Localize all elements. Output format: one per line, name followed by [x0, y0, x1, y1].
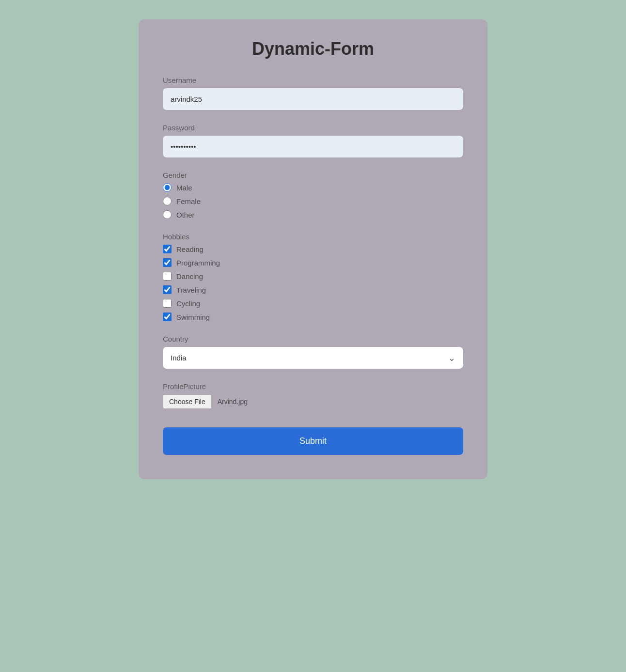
hobby-programming-label: Programming [176, 259, 220, 267]
form-card: Dynamic-Form Username Password Gender Ma… [139, 19, 487, 479]
country-select[interactable]: India USA UK Canada Australia [163, 347, 463, 369]
gender-other-item[interactable]: Other [163, 210, 463, 219]
hobby-cycling-label: Cycling [176, 299, 200, 308]
hobbies-group: Hobbies Reading Programming Dancing Trav… [163, 233, 463, 321]
hobby-swimming-label: Swimming [176, 313, 210, 321]
hobby-reading-label: Reading [176, 245, 203, 253]
hobby-programming-checkbox[interactable] [163, 258, 172, 267]
hobby-swimming-checkbox[interactable] [163, 313, 172, 321]
username-label: Username [163, 76, 463, 84]
hobbies-label: Hobbies [163, 233, 463, 241]
gender-group: Gender Male Female Other [163, 171, 463, 219]
hobby-programming-item[interactable]: Programming [163, 258, 463, 267]
hobby-reading-checkbox[interactable] [163, 245, 172, 253]
gender-male-radio[interactable] [163, 183, 172, 192]
password-label: Password [163, 124, 463, 132]
username-group: Username [163, 76, 463, 110]
hobby-dancing-label: Dancing [176, 272, 203, 281]
file-name-display: Arvind.jpg [218, 398, 248, 406]
password-input[interactable] [163, 136, 463, 157]
gender-other-label: Other [176, 211, 195, 219]
form-title: Dynamic-Form [163, 39, 463, 59]
choose-file-button[interactable]: Choose File [163, 394, 212, 409]
hobby-cycling-checkbox[interactable] [163, 299, 172, 308]
gender-other-radio[interactable] [163, 210, 172, 219]
country-select-wrapper: India USA UK Canada Australia ⌄ [163, 347, 463, 369]
country-group: Country India USA UK Canada Australia ⌄ [163, 335, 463, 369]
gender-female-label: Female [176, 197, 201, 205]
gender-female-radio[interactable] [163, 197, 172, 205]
hobby-swimming-item[interactable]: Swimming [163, 313, 463, 321]
gender-male-label: Male [176, 184, 192, 192]
submit-button[interactable]: Submit [163, 427, 463, 455]
gender-male-item[interactable]: Male [163, 183, 463, 192]
hobby-traveling-label: Traveling [176, 286, 206, 294]
hobby-cycling-item[interactable]: Cycling [163, 299, 463, 308]
username-input[interactable] [163, 88, 463, 110]
password-group: Password [163, 124, 463, 157]
hobby-traveling-checkbox[interactable] [163, 285, 172, 294]
profile-picture-group: ProfilePicture Choose File Arvind.jpg [163, 382, 463, 409]
file-input-wrapper: Choose File Arvind.jpg [163, 394, 463, 409]
profile-picture-label: ProfilePicture [163, 382, 463, 391]
hobbies-checkbox-group: Reading Programming Dancing Traveling Cy… [163, 245, 463, 321]
hobby-reading-item[interactable]: Reading [163, 245, 463, 253]
gender-label: Gender [163, 171, 463, 179]
country-label: Country [163, 335, 463, 343]
gender-female-item[interactable]: Female [163, 197, 463, 205]
hobby-traveling-item[interactable]: Traveling [163, 285, 463, 294]
gender-radio-group: Male Female Other [163, 183, 463, 219]
hobby-dancing-checkbox[interactable] [163, 272, 172, 281]
hobby-dancing-item[interactable]: Dancing [163, 272, 463, 281]
